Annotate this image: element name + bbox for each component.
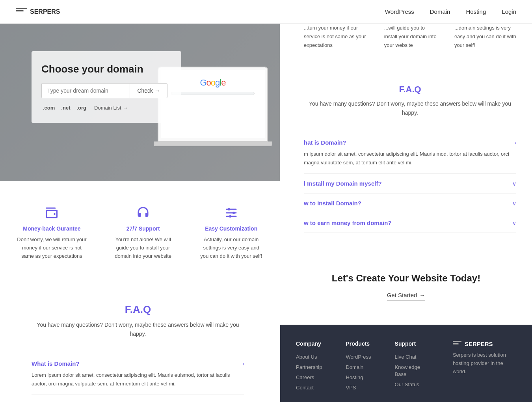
right-faq-chevron-2: ∨ bbox=[512, 200, 516, 207]
faq-question-0[interactable]: What is Domain? › bbox=[32, 360, 244, 367]
right-faq-question-text-1: l Install my Domain myself? bbox=[304, 180, 382, 187]
domain-search-input[interactable] bbox=[41, 83, 130, 98]
footer-link-knowledgebase[interactable]: Knowledge Base bbox=[395, 364, 420, 377]
domain-search-form: Check bbox=[41, 83, 167, 98]
domain-list-link[interactable]: Domain List bbox=[94, 105, 128, 111]
footer-link-partnership[interactable]: Partnership bbox=[296, 364, 322, 370]
footer-link-wordpress[interactable]: WordPress bbox=[346, 354, 371, 360]
right-faq-question-text-0: hat is Domain? bbox=[304, 139, 346, 146]
right-faq-chevron-0: › bbox=[514, 140, 516, 146]
right-faq-item-1: l Install my Domain myself? ∨ bbox=[304, 174, 516, 194]
footer-link-hosting[interactable]: Hosting bbox=[346, 374, 363, 380]
wallet-icon bbox=[44, 205, 60, 221]
right-faq-question-3[interactable]: w to earn money from domain? ∨ bbox=[304, 220, 516, 226]
nav-links: WordPress Domain Hosting Login bbox=[385, 8, 516, 15]
logo-icon bbox=[16, 8, 27, 16]
footer-columns: Company About Us Partnership Careers Con… bbox=[296, 341, 516, 394]
right-faq-item-2: w to install Domain? ∨ bbox=[304, 194, 516, 213]
feature-customization-desc: Actually, our our domain settings is ver… bbox=[198, 236, 264, 260]
svg-point-1 bbox=[228, 208, 230, 210]
right-column: ...turn your money if our service is not… bbox=[280, 0, 532, 402]
cta-section: Let's Create Your Website Today! Get Sta… bbox=[280, 249, 532, 325]
faq-subtitle: You have many questions? Don't worry, ma… bbox=[32, 320, 244, 338]
footer-link-ourstatus[interactable]: Our Status bbox=[395, 382, 419, 387]
faq-item-1: Can I Install my Domain myself? ∨ bbox=[32, 395, 244, 402]
footer-link-contact[interactable]: Contact bbox=[296, 385, 314, 391]
headphones-icon bbox=[135, 205, 151, 221]
nav-logo[interactable]: SERPERS bbox=[16, 8, 60, 16]
google-logo-mockup: Google bbox=[200, 78, 225, 88]
ext-com: .com bbox=[41, 104, 56, 111]
footer-logo-icon bbox=[453, 341, 461, 347]
right-faq-answer-0: m ipsum dolor sit amet, consectetur adip… bbox=[304, 150, 516, 167]
footer-col-products: Products WordPress Domain Hosting VPS bbox=[346, 341, 371, 394]
footer-col-company: Company About Us Partnership Careers Con… bbox=[296, 341, 322, 394]
right-faq-section: F.A.Q You have many questions? Don't wor… bbox=[280, 69, 532, 249]
features-section: Money-back Gurantee Don't worry, we will… bbox=[0, 181, 280, 284]
cta-arrow-icon: → bbox=[419, 292, 425, 298]
ext-org: .org bbox=[75, 104, 88, 111]
right-faq-item-0: hat is Domain? › m ipsum dolor sit amet,… bbox=[304, 133, 516, 174]
sliders-icon bbox=[223, 205, 239, 221]
brand-name: SERPERS bbox=[30, 8, 60, 15]
feature-money-back-desc: Don't worry, we will return your money i… bbox=[16, 236, 88, 260]
feature-customization-title: Easy Customization bbox=[198, 225, 264, 232]
feature-support-title: 27/7 Support bbox=[112, 225, 175, 232]
footer-brand-tagline: Serpers is best solution hosting provide… bbox=[453, 351, 516, 376]
right-faq-subtitle: You have many questions? Don't worry, ma… bbox=[304, 99, 516, 117]
hero-title: Choose your domain bbox=[41, 63, 167, 75]
faq-section: F.A.Q You have many questions? Don't wor… bbox=[0, 284, 276, 402]
feature-support: 27/7 Support You're not alone! We will g… bbox=[112, 205, 175, 260]
domain-extensions: .com .net .org Domain List bbox=[41, 104, 167, 111]
right-faq-question-2[interactable]: w to install Domain? ∨ bbox=[304, 200, 516, 207]
footer-link-careers[interactable]: Careers bbox=[296, 374, 314, 380]
right-faq-title: F.A.Q bbox=[304, 84, 516, 95]
hero-section: Google Choose your domain Ch bbox=[0, 24, 280, 181]
faq-item-0: What is Domain? › Lorem ipsum dolor sit … bbox=[32, 354, 244, 395]
ext-net: .net bbox=[60, 104, 72, 111]
cta-title: Let's Create Your Website Today! bbox=[296, 273, 516, 284]
svg-point-3 bbox=[229, 215, 231, 218]
feature-customization: Easy Customization Actually, our our dom… bbox=[198, 205, 264, 260]
footer-link-about[interactable]: About Us bbox=[296, 354, 317, 360]
faq-answer-0: Lorem ipsum dolor sit amet, consectetur … bbox=[32, 371, 244, 388]
nav-login[interactable]: Login bbox=[502, 8, 516, 15]
feature-money-back: Money-back Gurantee Don't worry, we will… bbox=[16, 205, 88, 260]
faq-title: F.A.Q bbox=[32, 303, 244, 316]
footer-col-support: Support Live Chat Knowledge Base Our Sta… bbox=[395, 341, 429, 394]
footer-col-brand: SERPERS Serpers is best solution hosting… bbox=[453, 341, 516, 394]
partial-text-1: ...will guide you to install your domain… bbox=[384, 24, 439, 50]
footer-link-domain[interactable]: Domain bbox=[346, 364, 363, 370]
footer-col-products-heading: Products bbox=[346, 341, 371, 347]
cta-button-label: Get Started bbox=[387, 292, 417, 298]
right-faq-question-1[interactable]: l Install my Domain myself? ∨ bbox=[304, 180, 516, 187]
feature-money-back-title: Money-back Gurantee bbox=[16, 225, 88, 232]
right-faq-chevron-3: ∨ bbox=[512, 220, 516, 226]
footer-col-support-heading: Support bbox=[395, 341, 429, 347]
faq-chevron-0: › bbox=[242, 361, 244, 367]
partial-text-0: ...turn your money if our service is not… bbox=[304, 24, 368, 50]
footer-brand-name: SERPERS bbox=[465, 341, 493, 347]
footer-link-livechat[interactable]: Live Chat bbox=[395, 354, 417, 360]
right-faq-chevron-1: ∨ bbox=[512, 181, 516, 187]
nav-wordpress[interactable]: WordPress bbox=[385, 8, 414, 15]
nav-hosting[interactable]: Hosting bbox=[466, 8, 486, 15]
svg-point-2 bbox=[233, 212, 235, 214]
navbar: SERPERS WordPress Domain Hosting Login bbox=[0, 0, 532, 24]
hero-card: Choose your domain Check .com .net .org … bbox=[32, 51, 181, 123]
right-faq-item-3: w to earn money from domain? ∨ bbox=[304, 213, 516, 233]
partial-text-2: ...domain settings is very easy and you … bbox=[454, 24, 516, 50]
feature-support-desc: You're not alone! We will guide you to i… bbox=[112, 236, 175, 260]
footer-col-company-heading: Company bbox=[296, 341, 322, 347]
right-faq-question-0[interactable]: hat is Domain? › bbox=[304, 139, 516, 146]
footer: Company About Us Partnership Careers Con… bbox=[280, 325, 532, 402]
faq-question-text-0: What is Domain? bbox=[32, 360, 80, 367]
footer-brand: SERPERS bbox=[453, 341, 516, 347]
domain-check-button[interactable]: Check bbox=[130, 83, 167, 98]
svg-point-0 bbox=[54, 213, 56, 215]
footer-link-vps[interactable]: VPS bbox=[346, 385, 356, 391]
right-faq-question-text-3: w to earn money from domain? bbox=[304, 220, 392, 226]
cta-button[interactable]: Get Started → bbox=[387, 292, 426, 301]
right-faq-question-text-2: w to install Domain? bbox=[304, 200, 361, 207]
nav-domain[interactable]: Domain bbox=[430, 8, 450, 15]
